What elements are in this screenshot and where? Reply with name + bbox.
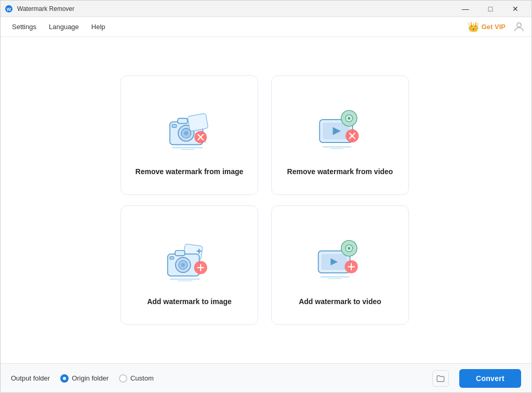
custom-label: Custom bbox=[130, 374, 154, 382]
card-icon-remove-video bbox=[307, 95, 374, 162]
minimize-button[interactable]: — bbox=[454, 1, 477, 17]
radio-group: Origin folder Custom bbox=[60, 374, 154, 383]
user-icon[interactable] bbox=[513, 21, 525, 33]
app-icon: W bbox=[5, 5, 13, 13]
card-label-remove-image: Remove watermark from image bbox=[136, 167, 244, 176]
card-remove-video[interactable]: Remove watermark from video bbox=[271, 75, 409, 195]
card-label-remove-video: Remove watermark from video bbox=[287, 167, 393, 176]
card-icon-remove-image bbox=[156, 95, 223, 162]
menu-bar-right: 👑 Get VIP bbox=[468, 21, 525, 33]
svg-rect-8 bbox=[172, 124, 176, 127]
svg-rect-4 bbox=[178, 119, 188, 124]
card-label-add-image: Add watermark to image bbox=[147, 297, 232, 306]
menu-bar: Settings Language Help 👑 Get VIP bbox=[1, 17, 531, 37]
svg-text:W: W bbox=[7, 7, 11, 12]
menu-bar-items: Settings Language Help bbox=[7, 21, 468, 33]
svg-point-31 bbox=[181, 263, 185, 267]
svg-rect-32 bbox=[169, 257, 174, 259]
card-label-add-video: Add watermark to video bbox=[299, 297, 381, 306]
radio-custom-indicator bbox=[119, 374, 127, 383]
app-title: Watermark Remover bbox=[17, 5, 74, 12]
card-add-video[interactable]: Add watermark to video bbox=[271, 205, 409, 325]
card-remove-image[interactable]: Remove watermark from image bbox=[121, 75, 258, 195]
cards-grid: Remove watermark from image bbox=[121, 75, 411, 325]
title-bar: W Watermark Remover — □ ✕ bbox=[1, 1, 531, 17]
card-add-image[interactable]: + Add watermark to image bbox=[121, 205, 258, 325]
radio-origin-folder[interactable]: Origin folder bbox=[60, 374, 109, 383]
radio-origin-indicator bbox=[60, 374, 69, 383]
card-icon-add-video bbox=[307, 225, 374, 292]
bottom-bar: Output folder Origin folder Custom Conve… bbox=[1, 363, 531, 392]
get-vip-button[interactable]: 👑 Get VIP bbox=[468, 21, 506, 33]
svg-point-2 bbox=[517, 23, 521, 27]
folder-icon bbox=[436, 374, 445, 383]
folder-button[interactable] bbox=[432, 370, 449, 387]
card-icon-add-image: + bbox=[156, 225, 223, 292]
radio-custom[interactable]: Custom bbox=[119, 374, 154, 383]
close-button[interactable]: ✕ bbox=[503, 1, 527, 17]
svg-point-44 bbox=[348, 247, 350, 250]
maximize-button[interactable]: □ bbox=[478, 1, 502, 17]
convert-button[interactable]: Convert bbox=[459, 369, 521, 388]
origin-folder-label: Origin folder bbox=[72, 374, 109, 382]
main-content: Remove watermark from image bbox=[1, 37, 531, 363]
output-folder-label: Output folder bbox=[11, 374, 50, 382]
svg-point-20 bbox=[348, 117, 350, 120]
title-bar-left: W Watermark Remover bbox=[5, 5, 74, 13]
svg-rect-28 bbox=[175, 251, 185, 256]
svg-text:+: + bbox=[196, 245, 202, 256]
vip-label: Get VIP bbox=[482, 23, 506, 31]
menu-help[interactable]: Help bbox=[86, 21, 111, 33]
menu-language[interactable]: Language bbox=[44, 21, 84, 33]
svg-point-7 bbox=[184, 131, 188, 135]
title-bar-controls: — □ ✕ bbox=[454, 1, 527, 17]
menu-settings[interactable]: Settings bbox=[7, 21, 42, 33]
svg-rect-9 bbox=[187, 113, 208, 132]
crown-icon: 👑 bbox=[468, 21, 479, 33]
